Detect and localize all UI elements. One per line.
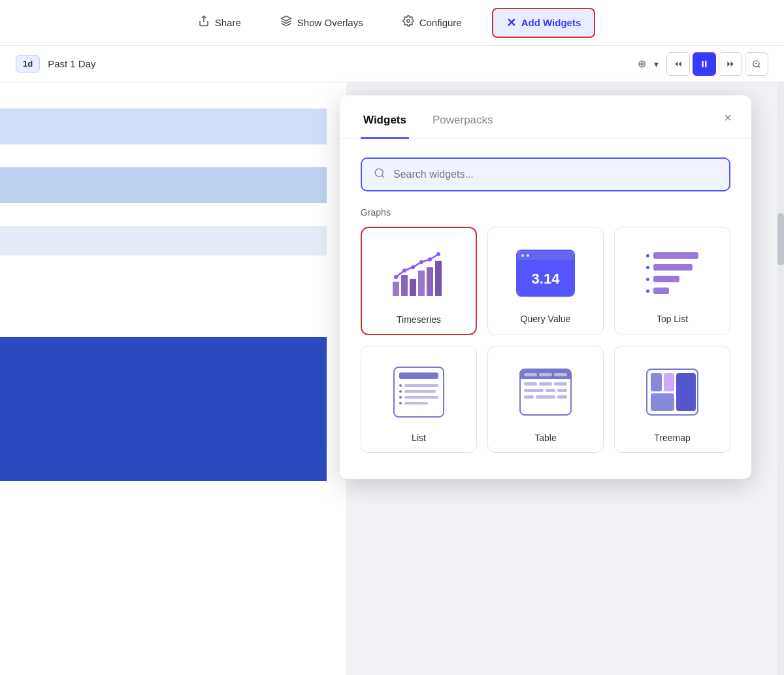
list-label: List	[412, 433, 426, 443]
widget-list[interactable]: List	[361, 346, 477, 453]
widget-top-list[interactable]: Top List	[614, 227, 730, 335]
stripe-2	[0, 167, 327, 203]
svg-line-6	[759, 65, 760, 67]
layers-icon	[280, 15, 292, 30]
share-icon	[198, 15, 210, 30]
show-overlays-label: Show Overlays	[297, 17, 363, 28]
svg-marker-1	[281, 16, 291, 22]
widget-grid-row2: List	[361, 346, 730, 453]
forward-button[interactable]	[719, 52, 742, 76]
add-widgets-label: Add Widgets	[521, 17, 581, 28]
stripe-3	[0, 226, 327, 255]
panel-close-button[interactable]: ×	[717, 107, 738, 128]
svg-rect-13	[418, 271, 425, 296]
timebar: 1d Past 1 Day ⊕ ▾	[0, 46, 784, 82]
gear-icon	[402, 15, 414, 30]
svg-rect-12	[410, 279, 416, 296]
dashboard-background	[0, 82, 346, 675]
scroll-thumb[interactable]	[777, 213, 784, 265]
graphs-section-label: Graphs	[361, 207, 730, 218]
widgets-area: Graphs	[340, 202, 751, 479]
svg-point-17	[402, 269, 406, 272]
list-icon-area	[369, 359, 468, 425]
timeseries-icon-area	[370, 241, 468, 306]
stripe-dark	[0, 337, 327, 481]
toolbar: Share Show Overlays Configure ✕ Add Widg…	[0, 0, 784, 46]
dropdown-chevron-icon[interactable]: ▾	[654, 59, 659, 69]
search-icon	[374, 167, 385, 182]
search-container	[340, 139, 751, 202]
widget-treemap[interactable]: Treemap	[614, 346, 730, 453]
add-widgets-panel: × Widgets Powerpacks	[340, 95, 751, 479]
treemap-icon-area	[623, 359, 722, 425]
widget-timeseries[interactable]: Timeseries	[361, 227, 477, 335]
list-icon	[393, 367, 444, 418]
svg-rect-4	[705, 61, 706, 67]
tab-widgets[interactable]: Widgets	[361, 114, 409, 139]
show-overlays-button[interactable]: Show Overlays	[271, 10, 372, 35]
top-list-icon	[646, 252, 698, 294]
table-icon	[519, 369, 572, 416]
widget-query-value[interactable]: 3.14 Query Value	[487, 227, 604, 335]
table-label: Table	[534, 433, 556, 443]
svg-rect-14	[427, 267, 433, 296]
svg-rect-10	[393, 282, 399, 296]
share-label: Share	[215, 17, 241, 28]
svg-point-19	[419, 260, 423, 264]
main-content: × Widgets Powerpacks	[0, 82, 784, 675]
svg-point-18	[411, 265, 415, 269]
scroll-track[interactable]	[777, 82, 784, 675]
configure-button[interactable]: Configure	[393, 10, 471, 35]
svg-rect-11	[401, 275, 408, 296]
duration-badge: 1d	[16, 55, 40, 73]
search-input[interactable]	[393, 169, 717, 180]
top-list-icon-area	[623, 240, 722, 306]
zoom-button[interactable]	[745, 52, 768, 76]
search-box	[361, 157, 730, 191]
widget-grid-row1: Timeseries 3.14	[361, 227, 730, 335]
query-value-icon: 3.14	[516, 250, 575, 297]
treemap-icon	[646, 369, 698, 416]
close-x-icon: ✕	[506, 16, 516, 30]
add-widgets-button[interactable]: ✕ Add Widgets	[492, 8, 596, 38]
tab-powerpacks[interactable]: Powerpacks	[430, 114, 496, 139]
rewind-button[interactable]	[666, 52, 690, 76]
share-button[interactable]: Share	[189, 10, 250, 35]
timeseries-label: Timeseries	[397, 314, 441, 325]
table-icon-area	[496, 359, 595, 425]
svg-line-9	[382, 175, 384, 177]
treemap-label: Treemap	[654, 433, 691, 443]
pin-icon: ⊕	[638, 58, 646, 70]
stripe-1	[0, 108, 327, 144]
time-controls	[666, 52, 768, 76]
configure-label: Configure	[419, 17, 462, 28]
query-value-icon-area: 3.14	[496, 240, 595, 306]
timeseries-icon	[389, 248, 448, 300]
svg-point-16	[394, 275, 398, 279]
svg-rect-3	[702, 61, 704, 67]
time-label: Past 1 Day	[48, 58, 630, 69]
pause-button[interactable]	[693, 52, 716, 76]
top-list-label: Top List	[657, 314, 688, 324]
query-value-label: Query Value	[521, 314, 571, 324]
svg-point-2	[406, 20, 410, 23]
widget-table[interactable]: Table	[487, 346, 604, 453]
panel-tabs: Widgets Powerpacks	[340, 95, 751, 139]
svg-point-8	[375, 169, 383, 176]
svg-rect-15	[435, 261, 442, 296]
svg-point-21	[436, 252, 440, 256]
svg-point-20	[428, 257, 432, 261]
